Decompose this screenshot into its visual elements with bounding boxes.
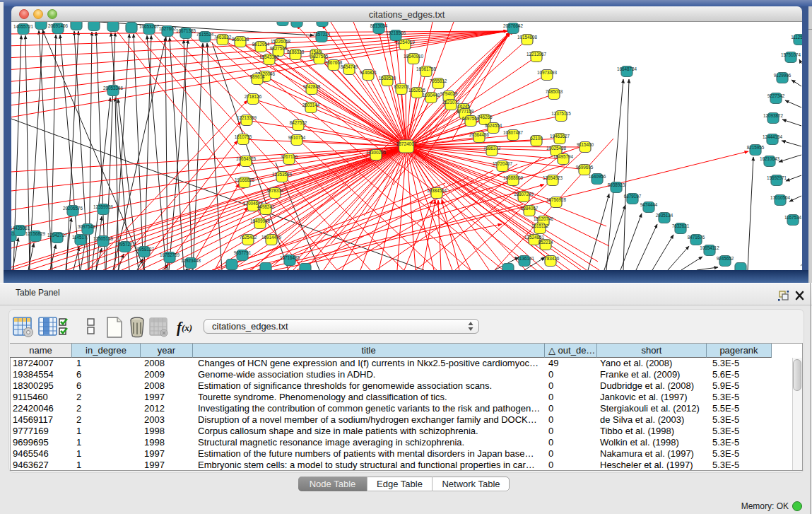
svg-text:3878334: 3878334 [266,188,284,193]
svg-text:30975487: 30975487 [78,224,98,229]
svg-text:10973493: 10973493 [537,70,558,75]
svg-text:12942737: 12942737 [47,233,68,238]
svg-text:20206576: 20206576 [63,206,83,211]
svg-text:1167534: 1167534 [784,215,802,220]
svg-text:2935134: 2935134 [656,213,673,218]
svg-text:1615112: 1615112 [531,223,549,228]
svg-text:12353594: 12353594 [272,172,293,177]
svg-text:10654925: 10654925 [236,156,257,161]
svg-text:9115460: 9115460 [577,142,594,147]
svg-text:16671385: 16671385 [176,28,196,33]
svg-text:6379197: 6379197 [624,194,642,199]
svg-text:16210643: 16210643 [760,156,780,161]
svg-text:7632621: 7632621 [672,223,690,228]
svg-text:8938923: 8938923 [608,182,625,187]
svg-text:19463627: 19463627 [550,134,570,139]
svg-text:1145177: 1145177 [72,235,90,240]
svg-text:9384067: 9384067 [521,206,539,211]
svg-text:18495794: 18495794 [553,154,574,159]
svg-text:10653267: 10653267 [139,24,160,29]
svg-text:9327505: 9327505 [311,54,329,59]
svg-text:9129996: 9129996 [774,73,792,78]
svg-text:852214: 852214 [538,240,553,245]
svg-text:62100: 62100 [530,136,543,141]
svg-text:1783426: 1783426 [542,256,560,261]
svg-text:8660128: 8660128 [232,37,249,42]
svg-text:2803144: 2803144 [302,103,320,107]
svg-text:14435061: 14435061 [11,226,30,230]
svg-text:16914479: 16914479 [261,235,282,240]
svg-text:3624554: 3624554 [485,123,502,128]
svg-text:7515524: 7515524 [196,32,214,37]
svg-text:15720407: 15720407 [493,161,513,166]
svg-text:12213369: 12213369 [237,115,257,120]
svg-text:9245652: 9245652 [717,256,734,261]
svg-text:15716485: 15716485 [280,255,300,260]
svg-text:8427552: 8427552 [290,120,307,125]
svg-text:9146821: 9146821 [360,70,377,75]
svg-text:7485003: 7485003 [546,89,563,94]
svg-text:8186328: 8186328 [287,49,305,54]
svg-text:18724007: 18724007 [396,141,417,146]
svg-text:1162615: 1162615 [408,88,426,93]
svg-text:11254019: 11254019 [395,40,415,45]
svg-text:9910754: 9910754 [288,135,306,140]
svg-text:3267110: 3267110 [281,154,298,159]
svg-text:9242848: 9242848 [303,84,321,89]
svg-text:10756928: 10756928 [546,197,567,202]
svg-text:15226058: 15226058 [271,39,291,44]
svg-text:20364436: 20364436 [469,132,490,137]
svg-text:9777169: 9777169 [457,109,474,114]
svg-text:9794028: 9794028 [440,91,458,96]
svg-text:7955812: 7955812 [430,78,447,83]
svg-text:10154808: 10154808 [517,35,538,40]
svg-text:832203: 832203 [394,84,409,89]
svg-text:9227342: 9227342 [767,93,785,98]
svg-text:16782759: 16782759 [160,252,180,257]
svg-text:10958127: 10958127 [134,247,155,252]
svg-text:13654923: 13654923 [543,175,563,180]
svg-text:8454749: 8454749 [341,64,358,69]
svg-text:19218506: 19218506 [386,30,406,35]
svg-text:12359936: 12359936 [93,204,114,209]
svg-text:7463822: 7463822 [214,35,232,40]
svg-text:8912954: 8912954 [252,42,270,47]
svg-text:19166825: 19166825 [235,177,255,182]
svg-text:(x): (x) [182,322,192,333]
svg-text:12156829: 12156829 [25,231,46,236]
svg-text:14055721: 14055721 [13,24,34,29]
svg-text:10654112: 10654112 [700,245,719,250]
svg-text:1990448: 1990448 [423,93,440,98]
svg-text:1810755: 1810755 [235,134,252,139]
svg-text:18807249: 18807249 [514,192,534,197]
svg-text:7357224: 7357224 [313,32,331,37]
svg-text:10025438: 10025438 [546,146,567,151]
svg-text:9474444: 9474444 [640,202,658,207]
svg-text:18640910: 18640910 [404,54,424,59]
svg-text:8813054: 8813054 [370,23,388,28]
svg-text:12444154: 12444154 [763,134,783,139]
svg-text:18300295: 18300295 [366,150,387,155]
svg-text:16648784: 16648784 [617,66,637,71]
svg-text:17010504: 17010504 [770,195,791,200]
svg-text:13524851: 13524851 [524,235,545,240]
svg-text:1112543: 1112543 [791,35,802,40]
svg-text:15751074: 15751074 [781,52,801,57]
svg-text:1640956: 1640956 [589,174,606,179]
svg-text:4498242: 4498242 [257,204,275,209]
svg-text:8215955: 8215955 [747,145,765,150]
svg-text:12213967: 12213967 [526,52,547,57]
svg-text:746266: 746266 [477,115,493,119]
svg-text:14136141: 14136141 [514,256,535,261]
svg-text:12375115: 12375115 [551,111,571,116]
svg-text:28053346: 28053346 [103,86,124,90]
svg-text:2718126: 2718126 [245,94,262,99]
svg-text:17957273: 17957273 [115,242,136,247]
svg-text:20876642: 20876642 [503,23,524,28]
svg-text:1527602: 1527602 [159,26,177,31]
svg-text:7386372: 7386372 [483,146,501,151]
svg-text:1588520: 1588520 [379,76,396,81]
svg-text:20691406: 20691406 [48,23,69,28]
svg-text:989614: 989614 [249,74,265,79]
svg-text:12923448: 12923448 [181,258,201,263]
